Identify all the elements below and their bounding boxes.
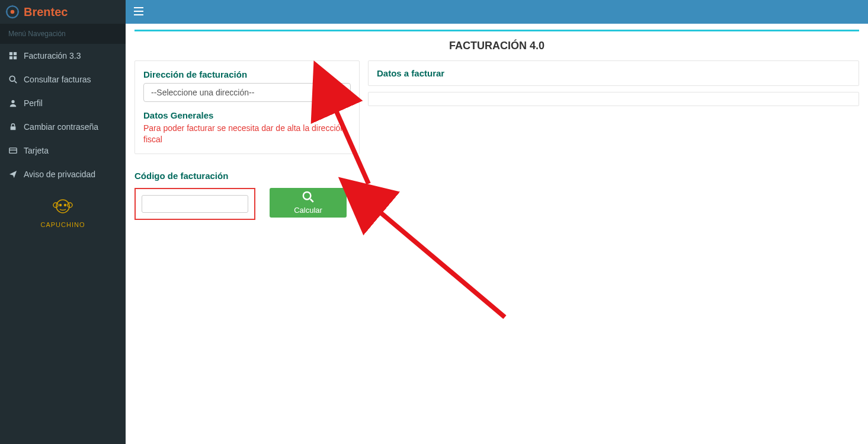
invoice-data-panel-body [368,92,859,106]
svg-line-21 [310,199,313,202]
sidebar-item-password[interactable]: Cambiar contraseña [0,115,126,139]
billing-code-heading: Código de facturación [134,171,360,181]
svg-rect-18 [134,11,143,12]
calculate-button-label: Calcular [294,206,322,215]
grid-icon [8,51,18,60]
svg-point-6 [9,76,15,81]
page-title: FACTURACIÓN 4.0 [134,40,859,52]
sidebar-item-consultar[interactable]: Consultar facturas [0,68,126,91]
svg-rect-9 [11,126,16,130]
sidebar-item-facturacion[interactable]: Facturación 3.3 [0,44,126,68]
search-icon [8,75,18,84]
billing-address-heading: Dirección de facturación [143,69,351,79]
invoice-data-heading: Datos a facturar [377,68,850,78]
svg-rect-3 [14,52,17,55]
sidebar-item-privacidad[interactable]: Aviso de privacidad [0,162,126,186]
card-icon [8,146,18,155]
sidebar-item-label: Aviso de privacidad [24,170,95,179]
svg-point-1 [11,10,15,14]
sidebar-item-perfil[interactable]: Perfil [0,91,126,115]
sidebar: Brentec Menú Navegación Facturación 3.3 … [0,0,126,444]
svg-line-7 [15,81,17,84]
svg-rect-2 [9,52,12,55]
brand-name: Brentec [24,5,68,19]
svg-point-8 [11,100,14,103]
send-icon [8,170,18,179]
sidebar-footer: CAPUCHINO [0,186,126,228]
brand: Brentec [0,0,126,24]
sidebar-item-label: Facturación 3.3 [24,51,81,60]
user-icon [8,98,18,108]
svg-rect-19 [134,14,143,15]
sidebar-footer-label: CAPUCHINO [0,221,126,228]
billing-code-highlight [134,188,255,220]
sidebar-section-label: Menú Navegación [0,24,126,44]
accent-stripe [134,30,859,31]
svg-point-20 [303,192,311,200]
svg-line-23 [374,207,505,317]
general-data-warning: Para poder facturar se necesita dar de a… [143,123,351,145]
svg-point-13 [53,203,58,207]
gear-icon [5,4,20,20]
invoice-data-panel: Datos a facturar [368,60,859,86]
sidebar-item-label: Perfil [24,98,43,108]
billing-code-input[interactable] [142,195,248,213]
svg-rect-17 [134,7,143,8]
topbar [126,0,868,24]
general-data-heading: Datos Generales [143,110,351,120]
svg-point-14 [68,203,72,207]
sidebar-item-label: Tarjeta [24,146,49,155]
lock-icon [8,122,18,132]
sidebar-item-tarjeta[interactable]: Tarjeta [0,139,126,162]
menu-toggle-icon[interactable] [134,7,143,17]
svg-rect-4 [9,56,12,59]
svg-point-15 [60,205,62,206]
sidebar-item-label: Consultar facturas [24,75,91,84]
monkey-icon [52,209,73,219]
svg-rect-5 [14,56,17,59]
billing-address-panel: Dirección de facturación --Seleccione un… [134,60,360,154]
svg-rect-10 [9,148,17,154]
calculate-button[interactable]: Calcular [270,188,347,218]
billing-code-section: Código de facturación Calcular [134,171,360,220]
sidebar-nav: Facturación 3.3 Consultar facturas Perfi… [0,44,126,186]
svg-point-16 [65,205,66,206]
main-content: FACTURACIÓN 4.0 Dirección de facturación… [126,24,868,444]
sidebar-item-label: Cambiar contraseña [24,122,98,132]
search-icon [302,191,314,205]
address-select[interactable]: --Seleccione una dirección-- [143,83,351,102]
